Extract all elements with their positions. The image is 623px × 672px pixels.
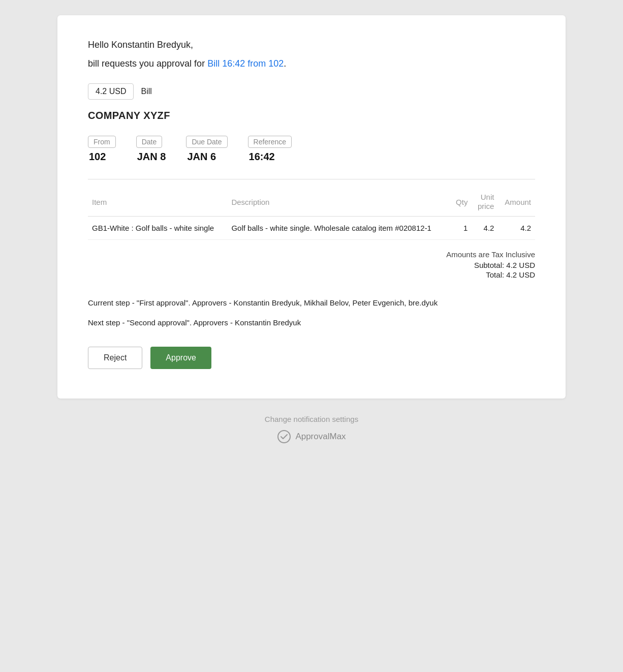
email-card: Hello Konstantin Bredyuk, bill requests … <box>57 15 566 399</box>
action-buttons: Reject Approve <box>88 347 535 369</box>
field-date-value: JAN 8 <box>136 151 166 163</box>
col-header-amount: Amount <box>498 188 535 217</box>
amount-row: 4.2 USD Bill <box>88 83 535 100</box>
approval-request-text: bill requests you approval for Bill 16:4… <box>88 58 535 69</box>
greeting-text: Hello Konstantin Bredyuk, <box>88 40 535 50</box>
approve-button[interactable]: Approve <box>150 347 211 369</box>
totals-section: Amounts are Tax Inclusive Subtotal: 4.2 … <box>88 250 535 279</box>
row-unit-price: 4.2 <box>472 217 498 240</box>
divider-top <box>88 179 535 179</box>
bill-type-label: Bill <box>141 87 151 96</box>
field-due-date-value: JAN 6 <box>186 151 227 163</box>
field-from-label: From <box>88 136 116 148</box>
reject-button[interactable]: Reject <box>88 347 142 369</box>
next-step: Next step - "Second approval". Approvers… <box>88 317 535 329</box>
field-due-date: Due Date JAN 6 <box>186 136 227 163</box>
total: Total: 4.2 USD <box>88 270 535 279</box>
notification-settings-link[interactable]: Change notification settings <box>265 415 358 423</box>
field-due-date-label: Due Date <box>186 136 227 148</box>
field-date: Date JAN 8 <box>136 136 166 163</box>
field-reference-label: Reference <box>248 136 292 148</box>
line-items-table: Item Description Qty Unitprice Amount GB… <box>88 188 535 240</box>
brand-name: ApprovalMax <box>295 432 346 442</box>
row-description: Golf balls - white single. Wholesale cat… <box>227 217 450 240</box>
row-item: GB1-White : Golf balls - white single <box>88 217 227 240</box>
approvalmax-icon <box>277 430 291 444</box>
current-step: Current step - "First approval". Approve… <box>88 297 535 309</box>
approval-request-prefix: bill requests you approval for <box>88 58 207 69</box>
steps-section: Current step - "First approval". Approve… <box>88 297 535 328</box>
field-reference-value: 16:42 <box>248 151 292 163</box>
field-from: From 102 <box>88 136 116 163</box>
tax-notice: Amounts are Tax Inclusive <box>88 250 535 259</box>
svg-point-0 <box>278 431 290 443</box>
field-date-label: Date <box>136 136 163 148</box>
field-from-value: 102 <box>88 151 116 163</box>
fields-row: From 102 Date JAN 8 Due Date JAN 6 Refer… <box>88 136 535 163</box>
subtotal: Subtotal: 4.2 USD <box>88 261 535 269</box>
footer: Change notification settings ApprovalMax <box>265 415 358 444</box>
col-header-description: Description <box>227 188 450 217</box>
row-amount: 4.2 <box>498 217 535 240</box>
col-header-unit-price: Unitprice <box>472 188 498 217</box>
col-header-qty: Qty <box>450 188 472 217</box>
amount-badge: 4.2 USD <box>88 83 134 100</box>
company-name: COMPANY XYZF <box>88 110 535 121</box>
field-reference: Reference 16:42 <box>248 136 292 163</box>
bill-link[interactable]: Bill 16:42 from 102 <box>207 58 284 69</box>
row-qty: 1 <box>450 217 472 240</box>
approval-request-suffix: . <box>284 58 286 69</box>
table-row: GB1-White : Golf balls - white single Go… <box>88 217 535 240</box>
col-header-item: Item <box>88 188 227 217</box>
brand-row: ApprovalMax <box>277 430 346 444</box>
